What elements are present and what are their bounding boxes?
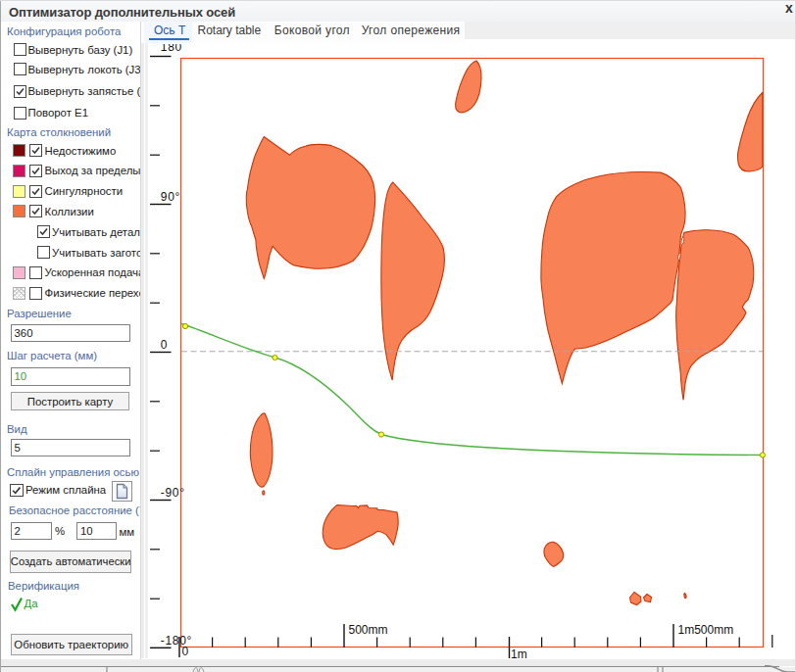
svg-text:-90°: -90° xyxy=(161,486,185,500)
svg-text:0: 0 xyxy=(182,645,189,658)
svg-text:0: 0 xyxy=(161,338,168,352)
svg-text:500mm: 500mm xyxy=(349,623,388,637)
svg-text:90°: 90° xyxy=(161,190,180,204)
svg-text:1m500mm: 1m500mm xyxy=(678,623,734,637)
